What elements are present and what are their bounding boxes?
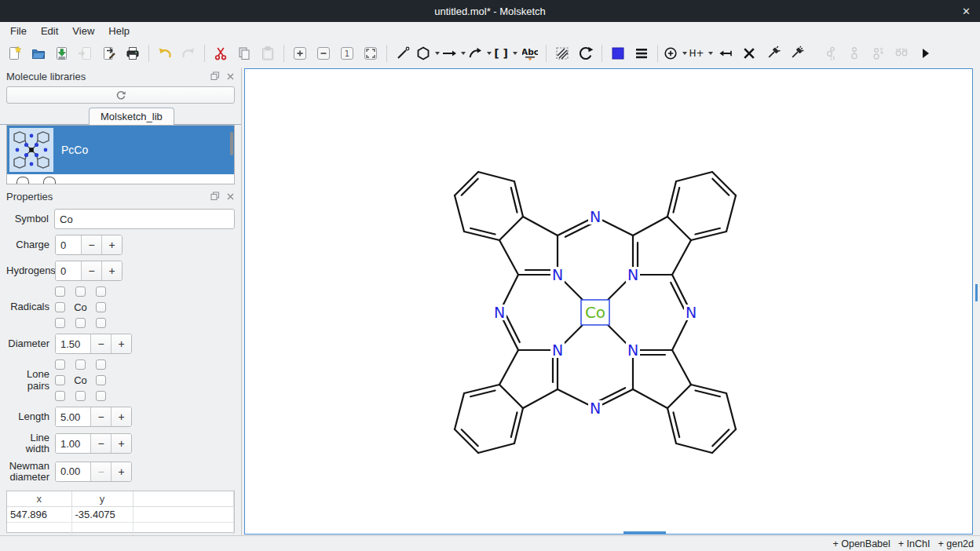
delete-tool[interactable] — [738, 42, 760, 64]
molecule-drawing[interactable]: NNNNNNNNCo — [245, 69, 972, 533]
menu-item-view[interactable]: View — [65, 24, 101, 38]
radical-checkbox-8[interactable] — [96, 318, 106, 328]
float-panel-icon[interactable] — [210, 71, 220, 81]
mechanics-tool-1[interactable] — [762, 42, 784, 64]
mechanism-arrow-tool[interactable] — [467, 42, 492, 64]
hydrogen-tool[interactable]: H+ — [689, 42, 713, 64]
vertical-scrollbar-handle[interactable] — [975, 284, 978, 301]
bond[interactable] — [691, 232, 726, 240]
drawing-canvas[interactable]: NNNNNNNNCo — [244, 68, 973, 535]
line-width-increment-button[interactable]: + — [111, 434, 131, 453]
length-value[interactable]: 5.00 — [56, 407, 90, 426]
dropdown-arrow-icon[interactable] — [513, 52, 517, 55]
ring-tool[interactable] — [415, 42, 440, 64]
nitrogen-atom-label[interactable]: N — [590, 400, 601, 417]
bond[interactable] — [667, 217, 691, 240]
bond[interactable] — [712, 429, 736, 453]
text-tool[interactable]: Abc — [519, 42, 541, 64]
new-file-button[interactable] — [4, 42, 26, 64]
bond[interactable] — [726, 393, 736, 429]
lone-pair-checkbox-7[interactable] — [75, 391, 86, 401]
bond[interactable] — [523, 217, 558, 235]
bond[interactable] — [455, 172, 478, 195]
diameter-increment-button[interactable]: + — [111, 334, 131, 353]
hydrogens-value[interactable]: 0 — [56, 261, 81, 280]
dropdown-arrow-icon[interactable] — [708, 52, 713, 55]
library-item-pcco[interactable]: PcCo — [7, 126, 234, 174]
bond[interactable] — [523, 389, 558, 408]
charge-value[interactable]: 0 — [56, 235, 81, 254]
reaction-arrow-tool[interactable] — [441, 42, 466, 64]
diameter-value[interactable]: 1.50 — [56, 334, 90, 353]
lone-pair-checkbox-1[interactable] — [75, 359, 86, 370]
menu-item-file[interactable]: File — [3, 24, 34, 38]
library-item-partial[interactable] — [7, 174, 234, 184]
close-panel-icon[interactable] — [226, 72, 235, 81]
nitrogen-atom-label[interactable]: N — [552, 266, 563, 283]
charge-decrement-button[interactable]: − — [81, 235, 101, 254]
connect-tool[interactable] — [715, 42, 737, 64]
bond[interactable] — [464, 232, 499, 240]
bond[interactable] — [455, 195, 464, 232]
bond[interactable] — [514, 408, 523, 443]
nitrogen-atom-label[interactable]: N — [552, 341, 563, 359]
nitrogen-atom-label[interactable]: N — [494, 304, 505, 321]
line-width-decrement-button[interactable]: − — [90, 434, 111, 453]
float-panel-icon[interactable] — [210, 192, 220, 201]
bond[interactable] — [676, 172, 712, 181]
bond[interactable] — [667, 408, 676, 443]
newman-increment-button[interactable]: + — [111, 462, 131, 481]
bond[interactable] — [514, 181, 523, 217]
length-decrement-button[interactable]: − — [90, 407, 111, 426]
print-button[interactable] — [122, 42, 144, 64]
line-width-value[interactable]: 1.00 — [56, 434, 90, 453]
lone-pair-checkbox-8[interactable] — [96, 391, 106, 401]
lone-pair-checkbox-0[interactable] — [55, 359, 65, 370]
lone-pair-checkbox-6[interactable] — [55, 391, 65, 401]
length-increment-button[interactable]: + — [111, 407, 131, 426]
radical-checkbox-3[interactable] — [55, 302, 65, 312]
cobalt-atom-label[interactable]: Co — [585, 303, 605, 322]
menu-item-help[interactable]: Help — [101, 24, 137, 38]
hatch-tool[interactable] — [551, 42, 573, 64]
hydrogens-increment-button[interactable]: + — [101, 261, 122, 280]
save-file-button[interactable] — [51, 42, 73, 64]
dropdown-arrow-icon[interactable] — [487, 52, 492, 55]
dropdown-arrow-icon[interactable] — [461, 52, 466, 55]
bond[interactable] — [691, 385, 726, 393]
open-file-button[interactable] — [27, 42, 49, 64]
bond[interactable] — [499, 217, 523, 240]
newman-diameter-value[interactable]: 0.00 — [56, 462, 90, 481]
charge-tool[interactable] — [663, 42, 687, 64]
copy-button[interactable] — [233, 42, 255, 64]
tab-molsketch-lib[interactable]: Molsketch_lib — [89, 108, 174, 125]
hydrogens-decrement-button[interactable]: − — [81, 261, 101, 280]
bond[interactable] — [499, 385, 523, 408]
dropdown-arrow-icon[interactable] — [435, 52, 440, 55]
nitrogen-atom-label[interactable]: N — [627, 341, 638, 359]
bond[interactable] — [633, 389, 667, 408]
rotate-tool[interactable] — [575, 42, 597, 64]
symbol-field[interactable]: Co — [54, 209, 235, 229]
library-scrollbar[interactable] — [230, 132, 233, 155]
window-close-button[interactable]: ✕ — [962, 0, 971, 22]
horizontal-scrollbar-handle[interactable] — [623, 531, 666, 534]
lone-pair-checkbox-5[interactable] — [96, 375, 106, 385]
bond[interactable] — [667, 385, 691, 408]
radical-checkbox-6[interactable] — [55, 318, 65, 328]
zoom-fit-button[interactable] — [360, 42, 382, 64]
cut-button[interactable] — [210, 42, 232, 64]
close-panel-icon[interactable] — [226, 192, 235, 201]
coords-cell-x[interactable]: 547.896 — [7, 506, 71, 522]
zoom-out-button[interactable] — [313, 42, 335, 64]
nitrogen-atom-label[interactable]: N — [686, 304, 697, 321]
bond[interactable] — [455, 393, 464, 429]
bond[interactable] — [667, 181, 676, 217]
radical-checkbox-5[interactable] — [96, 302, 106, 312]
bond[interactable] — [499, 240, 518, 275]
radical-checkbox-1[interactable] — [75, 286, 86, 297]
coords-cell-y[interactable]: -35.4075 — [71, 506, 133, 522]
library-refresh-button[interactable] — [6, 86, 235, 104]
bond[interactable] — [726, 195, 736, 232]
bond[interactable] — [633, 217, 667, 235]
